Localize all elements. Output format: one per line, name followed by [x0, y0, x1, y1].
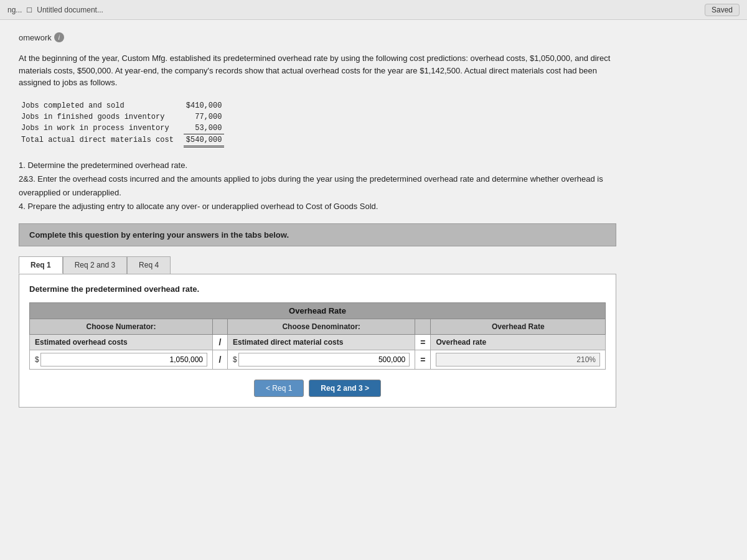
top-bar: ng... □ Untitled document... Saved — [0, 0, 747, 20]
homework-label: omework i — [19, 32, 728, 42]
page-tab-title: ng... — [7, 6, 22, 14]
dollar-sign-2: $ — [233, 355, 237, 364]
overhead-value-row: $ / $ = — [30, 350, 606, 369]
numerator-label: Estimated overhead costs — [30, 334, 213, 350]
instruction-4: 4. Prepare the adjusting entry to alloca… — [19, 200, 616, 213]
equals-operator: = — [415, 334, 431, 350]
result-label: Overhead rate — [431, 334, 606, 350]
tab-req23[interactable]: Req 2 and 3 — [63, 256, 127, 274]
main-content: omework i At the beginning of the year, … — [0, 20, 747, 560]
denominator-label: Estimated direct material costs — [227, 334, 415, 350]
tabs-container: Req 1 Req 2 and 3 Req 4 — [19, 256, 616, 274]
saved-badge: Saved — [705, 4, 740, 16]
dollar-sign-1: $ — [35, 355, 39, 364]
amount-cell: $540,000 — [184, 134, 225, 146]
tab-content-area: Determine the predetermined overhead rat… — [19, 274, 616, 408]
table-row: Jobs in work in process inventory 53,000 — [19, 123, 224, 134]
data-table-wrapper: Jobs completed and sold $410,000 Jobs in… — [19, 100, 728, 147]
result-input — [436, 353, 600, 366]
col-header-denominator: Choose Denominator: — [227, 319, 415, 334]
tab-req1[interactable]: Req 1 — [19, 256, 63, 274]
divide-operator: / — [212, 334, 227, 350]
col-header-numerator: Choose Numerator: — [30, 319, 213, 334]
homework-text: omework — [19, 33, 52, 42]
overhead-rate-title: Overhead Rate — [30, 302, 606, 319]
next-button[interactable]: Req 2 and 3 > — [309, 380, 381, 397]
instructions: 1. Determine the predetermined overhead … — [19, 159, 616, 213]
table-row: Jobs in finished goods inventory 77,000 — [19, 111, 224, 123]
numerator-input[interactable] — [40, 353, 207, 366]
label-cell: Total actual direct materials cost — [19, 134, 184, 146]
amount-cell: 77,000 — [184, 111, 225, 123]
top-bar-left: ng... □ Untitled document... — [7, 5, 103, 14]
instruction-23: 2&3. Enter the overhead costs incurred a… — [19, 172, 616, 200]
divide-operator-2: / — [212, 350, 227, 369]
label-cell: Jobs completed and sold — [19, 100, 184, 111]
denominator-value-cell: $ — [227, 350, 415, 369]
complete-text: Complete this question by entering your … — [29, 230, 289, 240]
tab-section-title: Determine the predetermined overhead rat… — [29, 284, 606, 294]
problem-paragraph: At the beginning of the year, Custom Mfg… — [19, 52, 616, 89]
saved-badge-area: Saved — [705, 5, 740, 14]
col-header-equals — [415, 319, 431, 334]
amount-cell: 53,000 — [184, 123, 225, 134]
prev-button[interactable]: < Req 1 — [254, 380, 304, 397]
equals-operator-2: = — [415, 350, 431, 369]
col-header-result: Overhead Rate — [431, 319, 606, 334]
col-header-divider — [212, 319, 227, 334]
nav-buttons: < Req 1 Req 2 and 3 > — [29, 380, 606, 397]
complete-box: Complete this question by entering your … — [19, 223, 616, 246]
label-cell: Jobs in work in process inventory — [19, 123, 184, 134]
save-icon: □ — [27, 5, 32, 14]
overhead-label-row: Estimated overhead costs / Estimated dir… — [30, 334, 606, 350]
doc-label: Untitled document... — [37, 6, 103, 14]
info-icon[interactable]: i — [54, 32, 64, 42]
amount-cell: $410,000 — [184, 100, 225, 111]
denominator-input[interactable] — [238, 353, 410, 366]
table-row: Total actual direct materials cost $540,… — [19, 134, 224, 146]
instruction-1: 1. Determine the predetermined overhead … — [19, 159, 616, 172]
overhead-rate-table: Overhead Rate Choose Numerator: Choose D… — [29, 302, 606, 370]
table-row: Jobs completed and sold $410,000 — [19, 100, 224, 111]
label-cell: Jobs in finished goods inventory — [19, 111, 184, 123]
numerator-value-cell: $ — [30, 350, 213, 369]
materials-table: Jobs completed and sold $410,000 Jobs in… — [19, 100, 224, 147]
result-value-cell — [431, 350, 606, 369]
tab-req4[interactable]: Req 4 — [127, 256, 171, 274]
